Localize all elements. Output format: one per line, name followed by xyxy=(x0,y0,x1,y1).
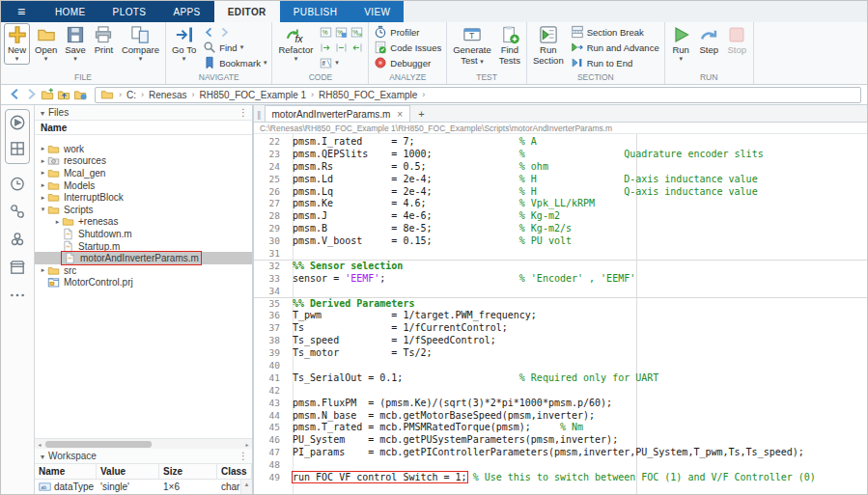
code-line[interactable]: 48 xyxy=(254,458,867,471)
breadcrumb-segment[interactable]: Renesas xyxy=(149,90,186,100)
code-issues-button[interactable]: Code Issues xyxy=(372,40,443,55)
files-horizontal-scrollbar[interactable]: ◂ ▸ xyxy=(35,438,252,449)
ribbon-tab-plots[interactable]: PLOTS xyxy=(99,1,160,22)
run-button[interactable]: Run▾ xyxy=(668,23,694,65)
code-line[interactable]: 24pmsm.Rs = 0.5; % ohm xyxy=(254,160,867,173)
tree-item-work[interactable]: ▸work xyxy=(35,143,252,155)
code-line[interactable]: 23pmsm.QEPSlits = 1000; % Quadrature enc… xyxy=(254,148,867,160)
tree-item-motorcontrol-prj[interactable]: MotorControl.prj xyxy=(35,277,252,289)
format-fi-button[interactable]: fi xyxy=(320,57,332,69)
breadcrumb-segment[interactable]: C: xyxy=(126,90,136,100)
code-line[interactable]: 37Ts = 1/fCurrentControl; xyxy=(254,321,867,334)
forward-button[interactable] xyxy=(218,26,231,39)
code-line[interactable]: 34 xyxy=(254,285,867,297)
code-line[interactable]: 33sensor = 'EEMF'; % 'Encoder' , 'EEMF' xyxy=(254,272,867,285)
scrollbar-thumb[interactable] xyxy=(45,441,152,448)
breadcrumb-segment[interactable]: RH850_FOC_Example xyxy=(319,90,417,100)
ribbon-tab-editor[interactable]: EDITOR xyxy=(214,1,280,22)
tree-item-mcal-gen[interactable]: ▸Mcal_gen xyxy=(35,167,252,179)
history-panel-button[interactable] xyxy=(9,175,26,192)
bookmark-button[interactable]: Bookmark▾ xyxy=(201,55,268,70)
new-tab-button[interactable]: + xyxy=(410,108,432,122)
find-tests-button[interactable]: FindTests xyxy=(496,23,523,68)
indent-both-button[interactable] xyxy=(335,41,348,54)
up-folder-button[interactable] xyxy=(56,87,72,101)
code-line[interactable]: 25pmsm.Ld = 2e-4; % H D-axis inductance … xyxy=(254,173,867,185)
code-line[interactable]: 27pmsm.Ke = 4.6; % Vpk_LL/kRPM xyxy=(254,197,867,209)
comment-pct-button[interactable]: % xyxy=(320,26,332,39)
profiler-button[interactable]: Profiler xyxy=(372,24,443,40)
code-line[interactable]: 41Ts_SerialOut = 0.1; % Required only fo… xyxy=(254,371,867,384)
step-button[interactable]: Step xyxy=(696,23,722,57)
new-folder-button[interactable] xyxy=(40,87,56,101)
code-line[interactable]: 38Ts_speed = 1/fSpeedControl; xyxy=(254,334,867,346)
forward-button[interactable] xyxy=(23,87,40,101)
code-area[interactable]: 22pmsm.I_rated = 7; % A23pmsm.QEPSlits =… xyxy=(254,134,867,494)
ribbon-tab-publish[interactable]: PUBLISH xyxy=(280,1,351,22)
uncomment-pct-button[interactable]: % xyxy=(350,26,363,39)
code-line[interactable]: 31 xyxy=(254,247,867,260)
code-line[interactable]: 45pmsm.T_rated = mcb.PMSMRatedTorque(pms… xyxy=(254,421,867,433)
close-tab-icon[interactable]: × xyxy=(397,109,403,120)
code-line[interactable]: 29pmsm.B = 8e-5; % Kg-m2/s xyxy=(254,222,867,234)
scroll-left-icon[interactable]: ◂ xyxy=(35,441,44,448)
code-line[interactable]: 26pmsm.Lq = 2e-4; % H Q-axis inductance … xyxy=(254,185,867,198)
code-line[interactable]: 42 xyxy=(254,384,867,397)
run-and-advance-button[interactable]: Run and Advance xyxy=(569,40,661,55)
archive-panel-button[interactable] xyxy=(9,259,26,276)
tree-item-models[interactable]: ▸Models xyxy=(35,179,252,192)
code-line[interactable]: 28pmsm.J = 4e-6; % Kg-m2 xyxy=(254,209,867,222)
comment-pct-blue-button[interactable]: % xyxy=(335,26,348,39)
hamburger-menu-icon[interactable] xyxy=(1,1,42,22)
collapsed-arrow-icon[interactable]: ▸ xyxy=(39,266,47,274)
section-break-button[interactable]: Section Break xyxy=(569,24,661,40)
sync-folder-button[interactable] xyxy=(72,87,89,101)
code-line[interactable]: 47PI_params = mcb.getPIControllerParamet… xyxy=(254,446,867,458)
scroll-right-icon[interactable]: ▸ xyxy=(242,441,252,448)
collapsed-arrow-icon[interactable]: ▸ xyxy=(53,218,62,226)
stop-button[interactable]: Stop xyxy=(724,23,750,57)
workspace-column-size[interactable]: Size xyxy=(159,464,217,479)
collapsed-arrow-icon[interactable]: ▸ xyxy=(39,181,47,189)
code-line[interactable]: 22pmsm.I_rated = 7; % A xyxy=(254,135,867,148)
workspace-column-name[interactable]: Name xyxy=(35,464,97,479)
generate-test-button[interactable]: TGenerateTest ▾ xyxy=(450,23,494,68)
expanded-arrow-icon[interactable]: ▾ xyxy=(39,206,47,213)
workspace-column-value[interactable]: Value xyxy=(97,464,159,479)
ribbon-tab-apps[interactable]: APPS xyxy=(159,1,213,22)
code-line[interactable]: 46PU_System = mcb.getPUSystemParameters(… xyxy=(254,433,867,446)
files-panel-menu-icon[interactable] xyxy=(238,107,248,118)
tree-item-src[interactable]: ▸src xyxy=(35,264,252,277)
ribbon-tab-view[interactable]: VIEW xyxy=(350,1,404,22)
collapsed-arrow-icon[interactable]: ▸ xyxy=(39,145,47,152)
debugger-button[interactable]: Debugger xyxy=(372,55,443,70)
apps-panel-button[interactable] xyxy=(9,231,26,248)
compare-panel-button[interactable] xyxy=(9,203,26,220)
tree-item-resources[interactable]: ▸resources xyxy=(35,155,252,168)
new-button[interactable]: New▾ xyxy=(4,23,30,65)
code-line[interactable]: 49run_FOC_VF_control_Switch = 1; % Use t… xyxy=(254,471,867,483)
collapsed-arrow-icon[interactable]: ▸ xyxy=(39,157,47,165)
scroll-up-icon[interactable]: ▲ xyxy=(244,480,250,489)
back-button[interactable] xyxy=(203,26,215,39)
breadcrumb-segment[interactable]: RH850_FOC_Example 1 xyxy=(199,90,306,100)
workspace-row-datatype[interactable]: abdataType'single'1×6char xyxy=(35,480,240,494)
code-line[interactable]: 43pmsm.FluxPM = (pmsm.Ke)/(sqrt(3)*2*pi*… xyxy=(254,397,867,409)
tree-item-renesas[interactable]: ▸+renesas xyxy=(35,216,252,229)
current-folder-breadcrumb[interactable]: ›C:›Renesas›RH850_FOC_Example 1›RH850_FO… xyxy=(95,87,861,103)
collapsed-arrow-icon[interactable]: ▸ xyxy=(39,194,47,202)
workspace-panel-header[interactable]: Workspace xyxy=(35,449,252,464)
layout-panel-button[interactable] xyxy=(9,140,26,159)
collapsed-arrow-icon[interactable]: ▸ xyxy=(39,169,47,177)
files-column-header[interactable]: Name xyxy=(35,121,252,135)
tree-item-motorandinverterparams-m[interactable]: motorAndInverterParams.m xyxy=(35,252,252,264)
tree-item-interruptblock[interactable]: ▸InterruptBlock xyxy=(35,191,252,204)
code-line[interactable]: 40 xyxy=(254,359,867,371)
code-line[interactable]: 36T_pwm = 1/target.PWM_frequency; xyxy=(254,309,867,321)
find-button[interactable]: Find▾ xyxy=(201,40,268,55)
save-button[interactable]: Save▾ xyxy=(62,23,89,65)
code-line[interactable]: 30pmsm.V_boost = 0.15; % PU volt xyxy=(254,234,867,247)
editor-tab[interactable]: motorAndInverterParams.m × xyxy=(265,105,411,122)
back-button[interactable] xyxy=(7,87,23,101)
compare-button[interactable]: Compare▾ xyxy=(119,23,162,65)
